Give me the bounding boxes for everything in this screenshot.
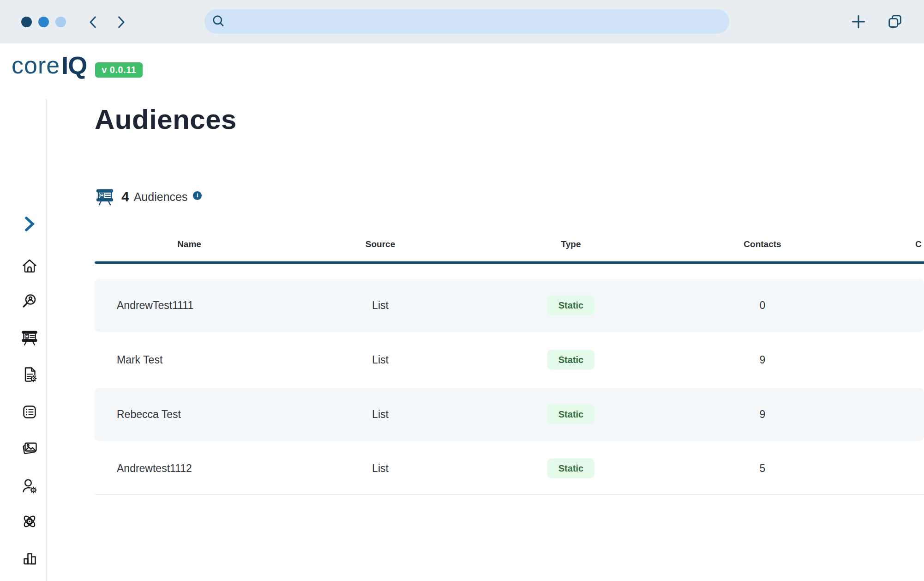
sidebar-expand-button[interactable] (20, 215, 39, 233)
audience-count: 4 (121, 189, 129, 205)
sidebar-item-documents[interactable] (20, 365, 39, 384)
audience-counter: 4 Audiences i (95, 188, 202, 206)
sidebar-item-audiences[interactable] (20, 328, 39, 347)
audience-board-icon (20, 328, 39, 347)
page-title: Audiences (95, 103, 237, 135)
audiences-table: AndrewTest1111 List Static 0 Mark Test L… (95, 279, 924, 497)
audience-count-label: Audiences (134, 190, 188, 204)
sidebar-item-automation[interactable] (20, 512, 39, 531)
list-icon (20, 403, 39, 421)
bar-chart-icon (20, 548, 39, 567)
cell-contacts: 9 (760, 353, 766, 366)
cell-contacts: 5 (760, 462, 766, 475)
cell-contacts: 0 (760, 299, 766, 311)
app-logo[interactable]: core IQ v 0.0.11 (12, 49, 143, 81)
cell-source: List (372, 408, 389, 420)
table-header-rule (95, 261, 924, 264)
col-header-name: Name (177, 239, 201, 249)
version-badge: v 0.0.11 (95, 62, 143, 78)
home-icon (20, 257, 39, 275)
status-badge: Static (547, 350, 594, 369)
cell-type: Static (547, 404, 594, 424)
cell-type: Static (547, 295, 594, 315)
cell-name: Mark Test (117, 353, 162, 366)
col-header-contacts: Contacts (744, 239, 781, 249)
tab-overview-icon[interactable] (887, 13, 904, 33)
document-gear-icon (20, 365, 39, 384)
sidebar-item-media[interactable] (20, 439, 39, 457)
window-dot-3[interactable] (55, 17, 66, 27)
cell-contacts: 9 (760, 408, 766, 420)
forward-icon[interactable] (113, 14, 129, 32)
status-badge: Static (547, 295, 594, 315)
cell-type: Static (547, 459, 594, 478)
sidebar-item-home[interactable] (20, 257, 39, 275)
new-tab-icon[interactable] (850, 13, 867, 32)
atom-icon (20, 512, 39, 531)
col-header-clipped: C (915, 239, 922, 249)
cell-name: Rebecca Test (117, 408, 181, 420)
chevron-right-icon (20, 215, 39, 233)
cell-source: List (372, 353, 389, 366)
cell-name: Andrewtest1112 (117, 462, 192, 475)
logo-iq-text: IQ (61, 51, 87, 79)
table-row[interactable]: Rebecca Test List Static 9 (95, 388, 924, 440)
cell-name: AndrewTest1111 (117, 299, 193, 311)
col-header-source: Source (366, 239, 395, 249)
browser-chrome (0, 0, 924, 43)
cell-source: List (372, 299, 389, 311)
cell-source: List (372, 462, 389, 475)
logo-core-text: core (12, 51, 60, 79)
sidebar-item-contact-settings[interactable] (20, 477, 39, 496)
status-badge: Static (547, 459, 594, 478)
table-row[interactable]: Mark Test List Static 9 (95, 333, 924, 386)
search-icon (210, 13, 227, 30)
table-row[interactable]: AndrewTest1111 List Static 0 (95, 279, 924, 331)
audience-board-icon (95, 188, 115, 206)
sidebar-item-prospect-search[interactable] (20, 292, 39, 311)
window-dot-2[interactable] (38, 17, 49, 27)
user-gear-icon (20, 477, 39, 496)
sidebar-item-analytics[interactable] (20, 548, 39, 567)
table-row[interactable]: Andrewtest1112 List Static 5 (95, 442, 924, 495)
cell-type: Static (547, 350, 594, 369)
address-search-bar[interactable] (204, 9, 729, 34)
sidebar-item-lists[interactable] (20, 403, 39, 421)
table-header: Name Source Type Contacts C (95, 239, 924, 253)
status-badge: Static (547, 404, 594, 424)
images-icon (20, 439, 39, 457)
sidebar: ? (0, 99, 47, 581)
col-header-type: Type (561, 239, 581, 249)
search-person-icon (20, 292, 39, 311)
window-dot-1[interactable] (21, 17, 32, 27)
info-icon[interactable]: i (193, 191, 202, 200)
back-icon[interactable] (85, 14, 101, 32)
